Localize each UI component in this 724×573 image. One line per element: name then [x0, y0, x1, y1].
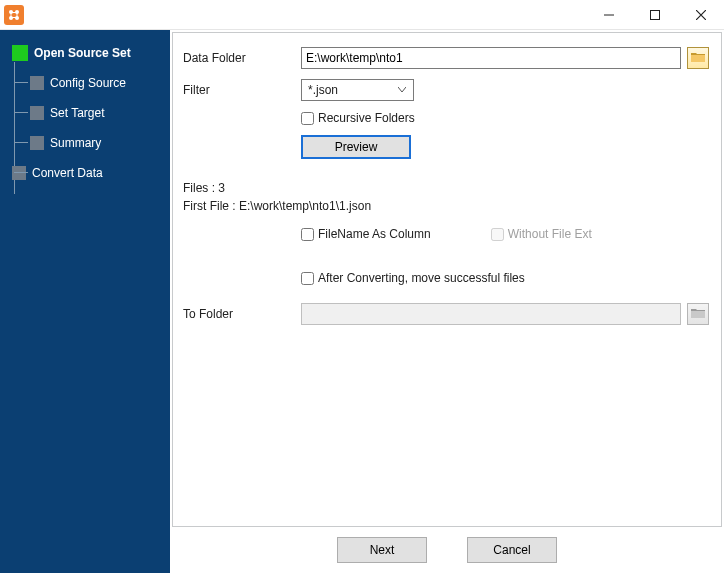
maximize-button[interactable]: [632, 0, 678, 29]
filter-value: *.json: [308, 83, 338, 97]
wizard-sidebar: Open Source Set Config Source Set Target…: [0, 30, 170, 573]
after-converting-label: After Converting, move successful files: [318, 271, 525, 285]
first-file-label: First File : E:\work\temp\nto1\1.json: [183, 199, 709, 213]
data-folder-label: Data Folder: [183, 51, 301, 65]
minimize-button[interactable]: [586, 0, 632, 29]
sidebar-item-convert-data[interactable]: Convert Data: [0, 158, 170, 188]
folder-icon: [691, 51, 705, 66]
app-icon: [4, 5, 24, 25]
without-file-ext-label: Without File Ext: [508, 227, 592, 241]
footer: Next Cancel: [170, 527, 724, 573]
after-converting-row: After Converting, move successful files: [183, 271, 709, 285]
after-converting-checkbox[interactable]: After Converting, move successful files: [301, 271, 525, 285]
tree-node-icon: [30, 106, 44, 120]
svg-rect-4: [651, 10, 660, 19]
sidebar-item-open-source-set[interactable]: Open Source Set: [0, 38, 170, 68]
filename-as-column-checkbox[interactable]: FileName As Column: [301, 227, 431, 241]
sidebar-item-summary[interactable]: Summary: [0, 128, 170, 158]
without-file-ext-input: [491, 228, 504, 241]
filter-label: Filter: [183, 83, 301, 97]
cancel-button[interactable]: Cancel: [467, 537, 557, 563]
content-panel: Data Folder Filter *.json: [170, 30, 724, 573]
data-folder-row: Data Folder: [183, 47, 709, 69]
filename-options-row: FileName As Column Without File Ext: [183, 227, 709, 241]
folder-icon: [691, 307, 705, 322]
sidebar-item-label: Set Target: [50, 106, 104, 120]
wizard-tree: Open Source Set Config Source Set Target…: [0, 38, 170, 188]
form-area: Data Folder Filter *.json: [172, 32, 722, 527]
preview-button[interactable]: Preview: [301, 135, 411, 159]
preview-row: Preview: [183, 135, 709, 159]
recursive-folders-input[interactable]: [301, 112, 314, 125]
browse-to-folder-button: [687, 303, 709, 325]
tree-node-icon: [30, 76, 44, 90]
tree-node-icon: [12, 166, 26, 180]
files-count-label: Files : 3: [183, 181, 709, 195]
sidebar-item-set-target[interactable]: Set Target: [0, 98, 170, 128]
without-file-ext-checkbox: Without File Ext: [491, 227, 592, 241]
filter-combo[interactable]: *.json: [301, 79, 414, 101]
next-button[interactable]: Next: [337, 537, 427, 563]
title-bar: [0, 0, 724, 30]
filter-row: Filter *.json: [183, 79, 709, 101]
recursive-row: Recursive Folders: [183, 111, 709, 125]
main-area: Open Source Set Config Source Set Target…: [0, 30, 724, 573]
browse-data-folder-button[interactable]: [687, 47, 709, 69]
data-folder-input[interactable]: [301, 47, 681, 69]
to-folder-row: To Folder: [183, 303, 709, 325]
window-controls: [586, 0, 724, 29]
to-folder-input: [301, 303, 681, 325]
sidebar-item-label: Open Source Set: [34, 46, 131, 60]
chevron-down-icon: [395, 87, 409, 93]
tree-node-icon: [30, 136, 44, 150]
filename-as-column-label: FileName As Column: [318, 227, 431, 241]
sidebar-item-label: Config Source: [50, 76, 126, 90]
sidebar-item-label: Summary: [50, 136, 101, 150]
filename-as-column-input[interactable]: [301, 228, 314, 241]
sidebar-item-config-source[interactable]: Config Source: [0, 68, 170, 98]
close-button[interactable]: [678, 0, 724, 29]
recursive-folders-label: Recursive Folders: [318, 111, 415, 125]
after-converting-input[interactable]: [301, 272, 314, 285]
to-folder-label: To Folder: [183, 307, 301, 321]
recursive-folders-checkbox[interactable]: Recursive Folders: [301, 111, 415, 125]
tree-node-icon: [12, 45, 28, 61]
sidebar-item-label: Convert Data: [32, 166, 103, 180]
